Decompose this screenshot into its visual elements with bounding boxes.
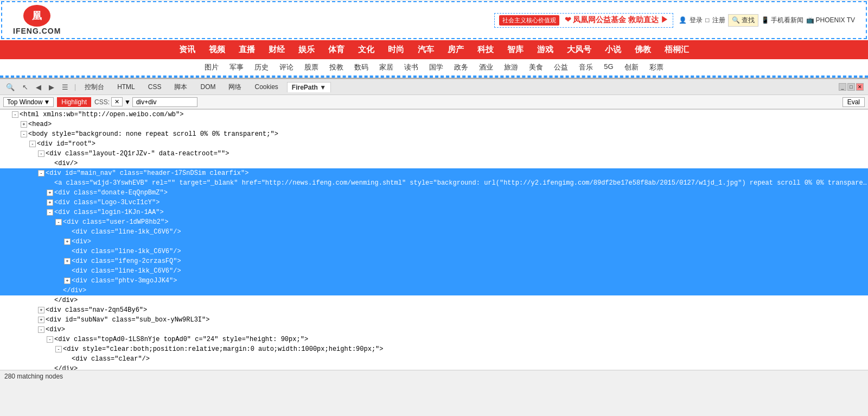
nav-sub-item[interactable]: 股票 [304,62,318,72]
code-line[interactable]: <div/> [0,159,868,168]
nav-sub-item[interactable]: 美食 [529,62,543,72]
toggle-btn[interactable]: - [47,209,53,216]
nav-main-item[interactable]: 汽车 [418,45,434,55]
nav-main-item[interactable]: 房产 [448,45,464,55]
eval-button[interactable]: Eval [843,97,865,107]
toggle-btn[interactable]: - [47,336,53,343]
code-line[interactable]: -<div style="clear:both;position:relativ… [0,344,868,354]
code-line[interactable]: -<html xmlns:wb="http://open.weibo.com/w… [0,110,868,119]
nav-sub-item[interactable]: 历史 [254,62,269,72]
code-line[interactable]: -<div class="login-1KJn-1AA"> [0,207,868,217]
inspect-icon[interactable]: 🔍 [4,83,16,92]
code-line[interactable]: <div class="line-1kk_C6V6"/> [0,247,868,256]
code-line[interactable]: </div> [0,364,868,370]
nav-sub-item[interactable]: 图片 [205,62,219,72]
selector-input[interactable] [132,97,197,107]
tab-css[interactable]: CSS [144,82,166,92]
list-icon[interactable]: ☰ [60,83,70,92]
toggle-btn[interactable]: - [55,219,62,225]
code-line[interactable]: +<div class="donate-EqQnpBmZ"> [0,188,868,198]
toggle-btn[interactable]: + [47,199,53,206]
toggle-btn[interactable]: + [38,307,44,313]
toggle-btn[interactable]: - [21,131,27,137]
tab-dom[interactable]: DOM [196,82,220,92]
toggle-btn[interactable]: + [64,238,71,245]
tab-console[interactable]: 控制台 [80,81,108,93]
toggle-btn[interactable]: - [38,150,44,157]
code-line[interactable]: -<div> [0,325,868,335]
code-line[interactable]: -<div class="layout-2Q1rJZv-" data-react… [0,149,868,159]
nav-main-item[interactable]: 大风号 [567,45,591,55]
nav-sub-item[interactable]: 旅游 [504,62,518,72]
close-btn[interactable]: ✕ [856,83,864,91]
search-box[interactable]: 🔍 查找 [728,14,758,27]
nav-sub-item[interactable]: 公益 [554,62,568,72]
nav-main-item[interactable]: 财经 [269,45,285,55]
forward-icon[interactable]: ▶ [47,83,56,92]
nav-sub-item[interactable]: 酒业 [479,62,493,72]
tab-firepath[interactable]: FirePath ▼ [287,82,331,92]
tab-cookies[interactable]: Cookies [250,82,282,92]
toggle-btn[interactable]: + [47,190,53,196]
code-line[interactable]: +<div class="ifeng-2crzasFQ"> [0,256,868,266]
nav-sub-item[interactable]: 5G [604,62,613,72]
toggle-btn[interactable]: + [38,317,44,323]
code-line[interactable]: -<body style="background: none repeat sc… [0,129,868,139]
phone-news[interactable]: 📱 手机看新闻 [761,16,803,25]
nav-sub-item[interactable]: 创新 [624,62,639,72]
toggle-btn[interactable]: - [12,111,18,118]
code-line[interactable]: +<div class="phtv-3mgoJJK4"> [0,276,868,286]
code-line[interactable]: +<div class="nav-2qn54By6"> [0,305,868,315]
toggle-btn[interactable]: - [38,326,44,333]
nav-sub-item[interactable]: 政务 [454,62,468,72]
nav-main-item[interactable]: 小说 [605,45,621,55]
tab-script[interactable]: 脚本 [170,81,192,93]
nav-sub-item[interactable]: 评论 [279,62,293,72]
nav-main-item[interactable]: 体育 [328,45,344,55]
nav-sub-item[interactable]: 数码 [354,62,368,72]
code-line[interactable]: +<head> [0,119,868,129]
code-line[interactable]: <div class="line-1kk_C6V6"/> [0,266,868,276]
toggle-btn[interactable]: + [64,258,71,264]
tab-network[interactable]: 网络 [224,81,246,93]
nav-sub-item[interactable]: 国学 [429,62,443,72]
code-line[interactable]: <div class="clear"/> [0,354,868,364]
toggle-btn[interactable]: - [38,170,44,177]
code-line[interactable]: -<div id="main_nav" class="header-17SnDS… [0,168,868,178]
toggle-btn[interactable]: - [55,346,62,352]
code-line[interactable]: +<div> [0,237,868,247]
nav-main-item[interactable]: 视频 [209,45,225,55]
nav-main-item[interactable]: 佛教 [635,45,651,55]
nav-main-item[interactable]: 资讯 [179,45,195,55]
phoenix-tv[interactable]: 📺 PHOENIX TV [806,16,855,24]
nav-main-item[interactable]: 娱乐 [298,45,315,55]
toggle-btn[interactable]: + [21,121,27,128]
nav-sub-item[interactable]: 投教 [329,62,343,72]
top-window-button[interactable]: Top Window ▼ [3,97,54,107]
nav-main-item[interactable]: 文化 [358,45,374,55]
register-link[interactable]: 注册 [712,16,725,25]
nav-main-item[interactable]: 科技 [477,45,494,55]
nav-main-item[interactable]: 直播 [239,45,255,55]
nav-main-item[interactable]: 智库 [507,45,524,55]
nav-sub-item[interactable]: 彩票 [649,62,663,72]
nav-sub-item[interactable]: 军事 [229,62,244,72]
code-line[interactable]: -<div class="user-1dWP8hb2"> [0,217,868,227]
nav-sub-item[interactable]: 读书 [404,62,418,72]
code-line[interactable]: -<div id="root"> [0,139,868,149]
code-line[interactable]: </div> [0,295,868,305]
code-line[interactable]: +<div class="Logo-3LvcI1cY"> [0,198,868,207]
login-link[interactable]: 登录 [690,16,703,25]
nav-main-item[interactable]: 梧桐汇 [665,45,689,55]
back-icon[interactable]: ◀ [34,83,43,92]
css-x-button[interactable]: ✕ [111,97,123,106]
maximize-btn[interactable]: □ [847,83,855,91]
nav-sub-item[interactable]: 音乐 [579,62,593,72]
highlight-button[interactable]: Highlight [57,97,91,107]
toggle-btn[interactable]: + [64,278,71,284]
code-line[interactable]: -<div class="topAd0-1LS8nYje topAd0" c="… [0,335,868,344]
code-line[interactable]: </div> [0,286,868,295]
cursor-icon[interactable]: ↖ [21,83,30,92]
minimize-btn[interactable]: _ [839,83,846,91]
tab-html[interactable]: HTML [113,82,139,92]
